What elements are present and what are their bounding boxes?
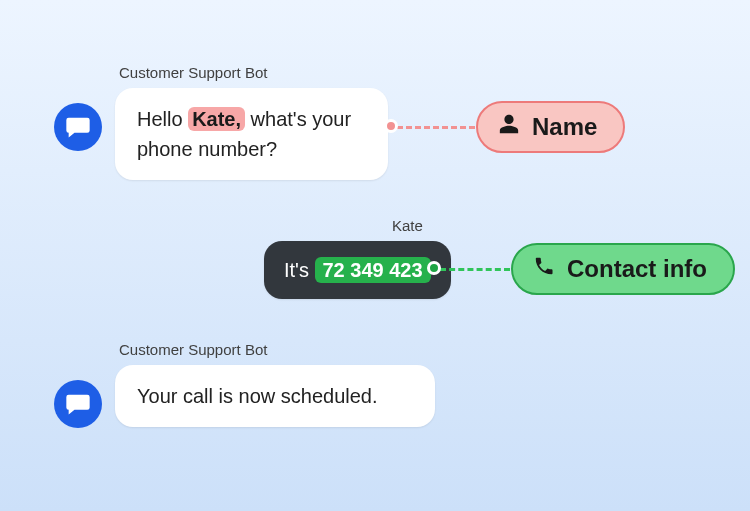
message-text: It's — [284, 259, 315, 281]
connector-dot — [427, 261, 441, 275]
sender-label-user: Kate — [392, 217, 423, 234]
connector-dot — [384, 119, 398, 133]
connector-line — [440, 268, 510, 271]
sender-label-bot: Customer Support Bot — [119, 341, 267, 358]
connector-line — [397, 126, 475, 129]
chat-illustration: Customer Support Bot Hello Kate, what's … — [0, 0, 750, 511]
bot-avatar-icon — [54, 103, 102, 151]
annotation-pill-name: Name — [476, 101, 625, 153]
message-text: Hello — [137, 108, 188, 130]
chat-bubble-bot: Your call is now scheduled. — [115, 365, 435, 427]
annotation-label: Name — [532, 113, 597, 141]
message-text: Your call is now scheduled. — [137, 385, 378, 407]
highlight-contact: 72 349 423 — [315, 257, 431, 283]
bot-avatar-icon — [54, 380, 102, 428]
highlight-name: Kate, — [188, 107, 245, 131]
chat-bubble-bot: Hello Kate, what's your phone number? — [115, 88, 388, 180]
chat-bubble-user: It's 72 349 423 — [264, 241, 451, 299]
person-icon — [498, 113, 520, 141]
annotation-pill-contact: Contact info — [511, 243, 735, 295]
annotation-label: Contact info — [567, 255, 707, 283]
phone-icon — [533, 255, 555, 283]
sender-label-bot: Customer Support Bot — [119, 64, 267, 81]
